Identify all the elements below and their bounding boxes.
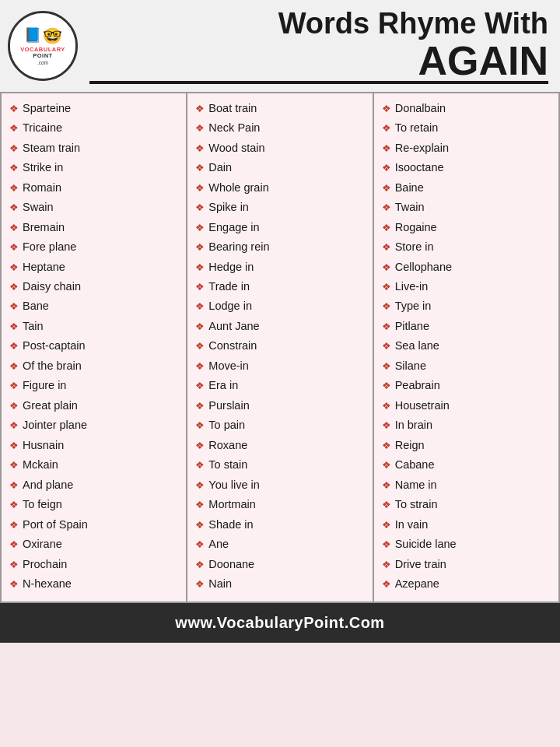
- diamond-icon: ❖: [9, 141, 19, 156]
- word-text: Swain: [23, 198, 54, 216]
- word-text: Mortmain: [208, 496, 255, 513]
- list-item: ❖Sea lane: [382, 337, 554, 354]
- list-item: ❖Bremain: [9, 219, 181, 236]
- list-item: ❖Dain: [195, 159, 367, 176]
- diamond-icon: ❖: [382, 141, 391, 156]
- diamond-icon: ❖: [382, 537, 391, 552]
- word-text: Port of Spain: [23, 516, 88, 533]
- word-text: Engage in: [208, 219, 259, 236]
- diamond-icon: ❖: [382, 359, 391, 374]
- word-text: Drive train: [395, 556, 446, 573]
- diamond-icon: ❖: [382, 478, 391, 493]
- column-3: ❖Donalbain❖To retain❖Re-explain❖Isooctan…: [374, 93, 558, 601]
- diamond-icon: ❖: [195, 260, 205, 275]
- list-item: ❖Daisy chain: [9, 278, 181, 295]
- diamond-icon: ❖: [9, 557, 19, 573]
- list-item: ❖Oxirane: [9, 535, 181, 552]
- diamond-icon: ❖: [382, 181, 391, 196]
- word-text: You live in: [208, 476, 260, 493]
- list-item: ❖You live in: [195, 476, 367, 493]
- list-item: ❖Figure in: [9, 377, 181, 394]
- diamond-icon: ❖: [382, 101, 391, 117]
- list-item: ❖Whole grain: [195, 179, 367, 196]
- list-item: ❖Wood stain: [195, 139, 367, 156]
- diamond-icon: ❖: [382, 557, 391, 573]
- word-text: Isooctane: [395, 159, 444, 176]
- word-text: Post-captain: [23, 337, 86, 354]
- word-text: Spike in: [208, 198, 249, 216]
- diamond-icon: ❖: [195, 537, 205, 552]
- list-item: ❖Ane: [195, 535, 367, 552]
- diamond-icon: ❖: [9, 240, 19, 255]
- list-item: ❖Husnain: [9, 437, 181, 454]
- diamond-icon: ❖: [9, 398, 19, 414]
- word-text: Nain: [208, 575, 232, 592]
- word-text: To stain: [208, 456, 247, 473]
- list-item: ❖Swain: [9, 198, 181, 216]
- list-item: ❖Hedge in: [195, 258, 367, 275]
- column-1: ❖Sparteine❖Tricaine❖Steam train❖Strike i…: [2, 93, 187, 601]
- word-text: Re-explain: [395, 139, 449, 156]
- diamond-icon: ❖: [382, 497, 391, 513]
- list-item: ❖In vain: [382, 516, 554, 533]
- list-item: ❖Baine: [382, 179, 554, 196]
- list-item: ❖Move-in: [195, 357, 367, 374]
- word-text: Donalbain: [395, 100, 446, 117]
- list-item: ❖Era in: [195, 377, 367, 394]
- diamond-icon: ❖: [382, 220, 391, 236]
- word-text: Dain: [208, 159, 232, 176]
- list-item: ❖Aunt Jane: [195, 317, 367, 335]
- diamond-icon: ❖: [195, 279, 205, 295]
- list-item: ❖Sparteine: [9, 100, 181, 117]
- list-item: ❖Roxane: [195, 437, 367, 454]
- column-2: ❖Boat train❖Neck Pain❖Wood stain❖Dain❖Wh…: [187, 93, 373, 601]
- diamond-icon: ❖: [9, 478, 19, 493]
- word-text: And plane: [23, 476, 73, 493]
- word-text: In brain: [395, 416, 432, 433]
- diamond-icon: ❖: [195, 478, 205, 493]
- list-item: ❖Engage in: [195, 219, 367, 236]
- word-text: To strain: [395, 496, 438, 513]
- diamond-icon: ❖: [9, 359, 19, 374]
- word-text: Peabrain: [395, 377, 440, 394]
- list-item: ❖Boat train: [195, 100, 367, 117]
- word-text: Jointer plane: [23, 416, 87, 433]
- word-text: Sea lane: [395, 337, 439, 354]
- list-item: ❖Trade in: [195, 278, 367, 295]
- word-text: Tain: [23, 317, 44, 335]
- word-text: Azepane: [395, 575, 439, 592]
- list-item: ❖Of the brain: [9, 357, 181, 374]
- diamond-icon: ❖: [382, 438, 391, 454]
- list-item: ❖Donalbain: [382, 100, 554, 117]
- word-text: Daisy chain: [23, 278, 81, 295]
- diamond-icon: ❖: [195, 398, 205, 414]
- word-text: Baine: [395, 179, 424, 196]
- list-item: ❖Suicide lane: [382, 535, 554, 552]
- diamond-icon: ❖: [382, 279, 391, 295]
- list-item: ❖Nain: [195, 575, 367, 592]
- word-columns: ❖Sparteine❖Tricaine❖Steam train❖Strike i…: [2, 93, 558, 601]
- word-text: Lodge in: [208, 297, 252, 314]
- list-item: ❖Twain: [382, 198, 554, 216]
- diamond-icon: ❖: [382, 160, 391, 176]
- word-text: Cellophane: [395, 258, 452, 275]
- word-text: Name in: [395, 476, 437, 493]
- diamond-icon: ❖: [195, 299, 205, 314]
- list-item: ❖Type in: [382, 297, 554, 314]
- diamond-icon: ❖: [195, 458, 205, 473]
- word-text: Figure in: [23, 377, 66, 394]
- diamond-icon: ❖: [9, 200, 19, 216]
- word-text: Cabane: [395, 456, 435, 473]
- diamond-icon: ❖: [9, 220, 19, 236]
- list-item: ❖Strike in: [9, 159, 181, 176]
- diamond-icon: ❖: [195, 240, 205, 255]
- list-item: ❖Post-captain: [9, 337, 181, 354]
- diamond-icon: ❖: [382, 418, 391, 433]
- word-text: Husnain: [23, 437, 64, 454]
- list-item: ❖Isooctane: [382, 159, 554, 176]
- diamond-icon: ❖: [195, 438, 205, 454]
- word-text: Boat train: [208, 100, 257, 117]
- diamond-icon: ❖: [195, 101, 205, 117]
- diamond-icon: ❖: [9, 338, 19, 354]
- list-item: ❖Azepane: [382, 575, 554, 592]
